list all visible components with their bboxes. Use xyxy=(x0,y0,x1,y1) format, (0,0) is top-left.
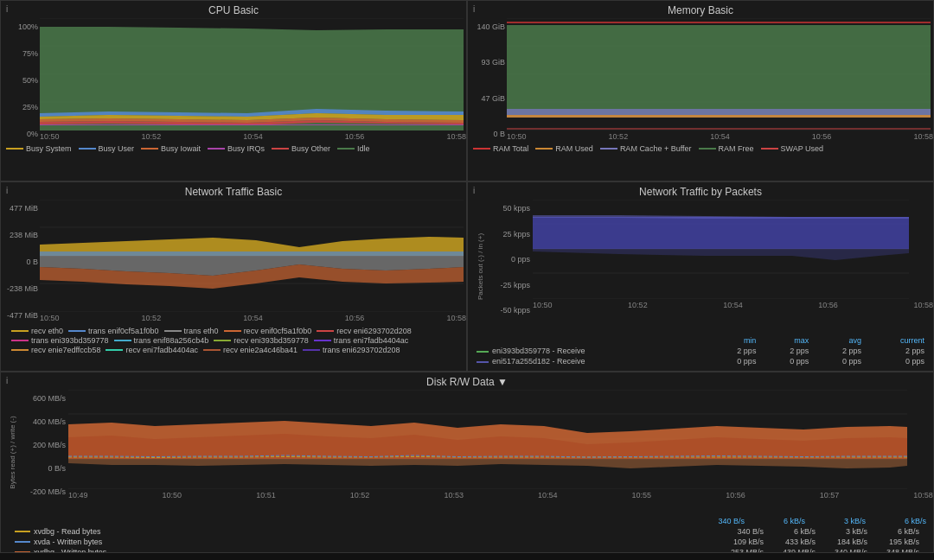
legend-item-busy-system: Busy System xyxy=(6,144,72,153)
disk-row-xvdbg-written: xvdbg - Written bytes 253 MB/s 439 MB/s … xyxy=(8,547,926,553)
legend-trans-eth0: trans eth0 xyxy=(164,327,219,335)
legend-trans-eni7f: trans eni7fadb4404ac xyxy=(314,336,409,345)
disk-panel: i Disk R/W Data ▼ Bytes read (+) / write… xyxy=(0,372,934,553)
network-traffic-x-axis: 10:50 10:52 10:54 10:56 10:58 xyxy=(40,312,466,324)
packets-legend: min max avg current eni393bd359778 - Rec… xyxy=(468,334,933,366)
disk-legend-area: 340 B/s 6 kB/s 3 kB/s 6 kB/s xvdbg - Rea… xyxy=(1,515,933,553)
cpu-chart-inner: 10:50 10:52 10:54 10:56 10:58 xyxy=(40,18,466,143)
packets-y-axis-label: Packets out (-) / in (+) xyxy=(477,233,485,300)
legend-item-idle: Idle xyxy=(337,144,370,153)
memory-title: Memory Basic xyxy=(468,1,933,18)
cpu-title: CPU Basic xyxy=(1,1,466,18)
legend-recv-eni7f: recv eni7fadb4404ac xyxy=(106,346,198,354)
disk-y-axis-label: Bytes read (+) / write (-) xyxy=(9,416,16,488)
memory-chart-area: 140 GiB 93 GiB 47 GiB 0 B xyxy=(468,18,933,143)
legend-item-busy-irqs: Busy IRQs xyxy=(208,144,265,153)
legend-recv-enif0: recv enif0cf5a1f0b0 xyxy=(224,327,312,335)
idle-color xyxy=(337,148,355,150)
disk-info-icon[interactable]: i xyxy=(6,376,8,385)
ram-total-color xyxy=(473,148,490,150)
packets-table: min max avg current eni393bd359778 - Rec… xyxy=(473,335,928,366)
ram-used-color xyxy=(535,148,553,150)
dashboard: i CPU Basic 100% 75% 50% 25% 0% xyxy=(0,0,934,560)
svg-marker-37 xyxy=(533,249,909,260)
memory-y-axis: 140 GiB 93 GiB 47 GiB 0 B xyxy=(468,18,507,143)
cpu-legend: Busy System Busy User Busy Iowait Busy I… xyxy=(1,143,466,155)
network-packets-title: Network Traffic by Packets xyxy=(468,182,933,200)
legend-recv-enie7: recv enie7edffccb58 xyxy=(11,346,100,354)
legend-ram-total: RAM Total xyxy=(473,144,528,153)
network-traffic-legend: recv eth0 trans enif0cf5a1f0b0 trans eth… xyxy=(1,324,466,357)
network-traffic-chart-inner: 10:50 10:52 10:54 10:56 10:58 xyxy=(40,200,466,324)
cpu-x-axis: 10:50 10:52 10:54 10:56 10:58 xyxy=(40,130,466,143)
network-traffic-title: Network Traffic Basic xyxy=(1,182,466,200)
disk-x-axis: 10:49 10:50 10:51 10:52 10:53 10:54 10:5… xyxy=(68,489,933,501)
disk-row-xvdbg-read: xvdbg - Read bytes 340 B/s 6 kB/s 3 kB/s… xyxy=(8,526,926,537)
table-row: eni393bd359778 - Receive 2 pps 2 pps 2 p… xyxy=(473,346,928,356)
memory-svg xyxy=(507,18,931,130)
disk-svg xyxy=(68,390,907,489)
legend-item-busy-iowait: Busy Iowait xyxy=(141,144,201,153)
legend-recv-enie2: recv enie2a4c46ba41 xyxy=(203,346,297,354)
network-traffic-info-icon[interactable]: i xyxy=(6,186,8,195)
legend-recv-eni629: recv eni6293702d208 xyxy=(317,327,412,335)
svg-marker-27 xyxy=(40,251,464,256)
svg-marker-18 xyxy=(507,115,931,118)
legend-trans-enif0: trans enif0cf5a1f0b0 xyxy=(68,327,159,335)
network-traffic-panel: i Network Traffic Basic 477 MiB 238 MiB … xyxy=(0,181,467,372)
ram-cache-color xyxy=(600,148,617,150)
packets-x-axis: 10:50 10:52 10:54 10:56 10:58 xyxy=(533,299,933,311)
legend-ram-used: RAM Used xyxy=(535,144,593,153)
cpu-info-icon[interactable]: i xyxy=(6,4,8,14)
network-traffic-chart-area: 477 MiB 238 MiB 0 B -238 MiB -477 MiB xyxy=(1,200,466,324)
busy-other-color xyxy=(272,148,289,150)
legend-swap-used: SWAP Used xyxy=(761,144,824,153)
disk-y-labels: 600 MB/s 400 MB/s 200 MB/s 0 B/s -200 MB… xyxy=(23,394,68,496)
table-row: eni517a255d182 - Receive 0 pps 0 pps 0 p… xyxy=(473,356,928,366)
svg-marker-16 xyxy=(507,25,931,118)
disk-row-xvda-written: xvda - Written bytes 109 kB/s 433 kB/s 1… xyxy=(8,537,926,547)
busy-irqs-color xyxy=(208,148,225,150)
legend-trans-eni393: trans eni393bd359778 xyxy=(11,336,109,345)
network-packets-info-icon[interactable]: i xyxy=(473,186,475,195)
svg-marker-35 xyxy=(533,217,909,249)
packets-y-labels: 50 kpps 25 kpps 0 pps -25 kpps -50 kpps xyxy=(494,204,533,315)
disk-stat-header: 340 B/s 6 kB/s 3 kB/s 6 kB/s xyxy=(8,517,926,525)
packets-svg xyxy=(533,200,909,299)
memory-legend: RAM Total RAM Used RAM Cache + Buffer RA… xyxy=(468,143,933,155)
svg-marker-10 xyxy=(40,124,464,125)
ram-free-color xyxy=(699,148,716,150)
cpu-y-axis: 100% 75% 50% 25% 0% xyxy=(1,18,40,143)
cpu-panel: i CPU Basic 100% 75% 50% 25% 0% xyxy=(0,0,467,181)
legend-trans-enif88: trans enif88a256cb4b xyxy=(114,336,209,345)
legend-trans-eni629: trans eni6293702d208 xyxy=(303,346,400,354)
legend-recv-eth0: recv eth0 xyxy=(11,327,63,335)
network-traffic-svg xyxy=(40,200,464,312)
memory-panel: i Memory Basic 140 GiB 93 GiB 47 GiB 0 B xyxy=(467,0,934,181)
memory-info-icon[interactable]: i xyxy=(473,4,475,14)
legend-item-busy-other: Busy Other xyxy=(272,144,330,153)
busy-iowait-color xyxy=(141,148,158,150)
busy-system-color xyxy=(6,148,23,150)
cpu-svg xyxy=(40,18,464,130)
swap-used-color xyxy=(761,148,778,150)
memory-x-axis: 10:50 10:52 10:54 10:56 10:58 xyxy=(507,130,933,143)
cpu-chart-area: 100% 75% 50% 25% 0% xyxy=(1,18,466,143)
svg-marker-45 xyxy=(68,459,907,468)
memory-chart-inner: 10:50 10:52 10:54 10:56 10:58 xyxy=(507,18,933,143)
network-traffic-y-axis: 477 MiB 238 MiB 0 B -238 MiB -477 MiB xyxy=(1,200,40,324)
legend-ram-cache: RAM Cache + Buffer xyxy=(600,144,692,153)
network-packets-panel: i Network Traffic by Packets Packets out… xyxy=(467,181,934,372)
disk-title[interactable]: Disk R/W Data ▼ xyxy=(1,372,933,390)
legend-ram-free: RAM Free xyxy=(699,144,754,153)
busy-user-color xyxy=(79,148,96,150)
legend-recv-eni393: recv eni393bd359778 xyxy=(214,336,309,345)
legend-item-busy-user: Busy User xyxy=(79,144,135,153)
